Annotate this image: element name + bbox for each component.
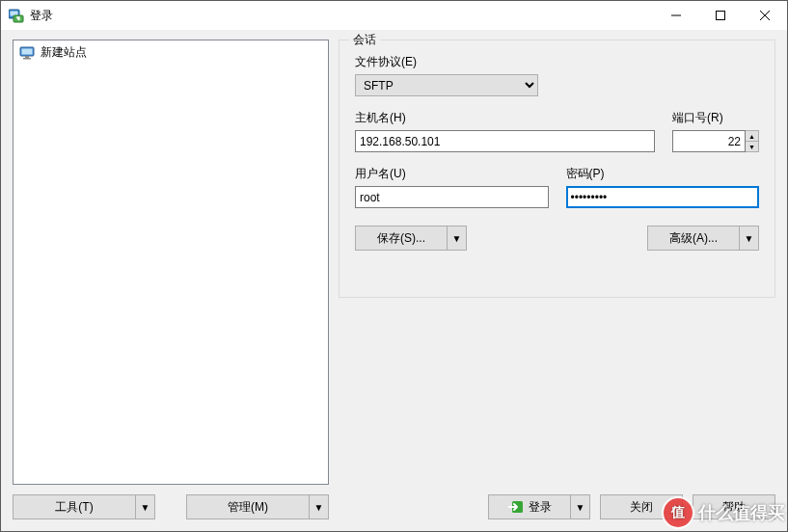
- maximize-button[interactable]: [698, 1, 743, 30]
- tools-label: 工具(T): [55, 499, 93, 516]
- close-label: 关闭: [630, 499, 653, 516]
- bottom-buttons: 登录 ▼ 关闭 帮助: [488, 494, 775, 519]
- chevron-down-icon[interactable]: ▼: [571, 494, 590, 519]
- monitor-icon: [19, 46, 35, 60]
- protocol-label: 文件协议(E): [355, 54, 759, 70]
- help-button[interactable]: 帮助: [693, 494, 775, 519]
- right-column: 会话 文件协议(E) SFTP 主机名(H) 端口号(R) ▲: [339, 40, 775, 519]
- svg-rect-7: [23, 58, 31, 60]
- session-fieldset: 会话 文件协议(E) SFTP 主机名(H) 端口号(R) ▲: [339, 40, 775, 298]
- spin-down-icon[interactable]: ▼: [746, 141, 759, 152]
- protocol-select[interactable]: SFTP: [355, 74, 538, 96]
- left-column: 新建站点 工具(T) ▼ 管理(M) ▼: [13, 40, 329, 519]
- help-label: 帮助: [722, 499, 746, 516]
- login-split-button[interactable]: 登录 ▼: [488, 494, 590, 519]
- content-area: 新建站点 工具(T) ▼ 管理(M) ▼ 会话 文件协议(E) SFTP: [1, 30, 787, 531]
- site-list[interactable]: 新建站点: [13, 40, 329, 485]
- password-label: 密码(P): [566, 166, 760, 182]
- advanced-split-button[interactable]: 高级(A)... ▼: [647, 226, 759, 251]
- spin-up-icon[interactable]: ▲: [746, 130, 759, 141]
- host-label: 主机名(H): [355, 110, 655, 126]
- save-label: 保存(S)...: [377, 230, 425, 247]
- login-icon: [508, 500, 524, 514]
- app-icon: [9, 8, 24, 23]
- svg-rect-6: [25, 56, 29, 58]
- manage-label: 管理(M): [228, 499, 268, 516]
- site-item-label: 新建站点: [41, 44, 87, 61]
- port-stepper[interactable]: ▲ ▼: [672, 130, 759, 152]
- port-input[interactable]: [672, 130, 746, 152]
- svg-rect-3: [717, 12, 725, 20]
- host-input[interactable]: [355, 130, 655, 152]
- window-title: 登录: [30, 8, 53, 24]
- close-dialog-button[interactable]: 关闭: [600, 494, 683, 519]
- chevron-down-icon[interactable]: ▼: [136, 494, 155, 519]
- manage-split-button[interactable]: 管理(M) ▼: [186, 494, 329, 519]
- save-split-button[interactable]: 保存(S)... ▼: [355, 226, 467, 251]
- close-button[interactable]: [743, 1, 787, 30]
- password-input[interactable]: [566, 186, 760, 208]
- titlebar: 登录: [1, 1, 787, 30]
- chevron-down-icon[interactable]: ▼: [740, 226, 759, 251]
- chevron-down-icon[interactable]: ▼: [310, 494, 329, 519]
- port-label: 端口号(R): [672, 110, 759, 126]
- advanced-label: 高级(A)...: [669, 230, 718, 247]
- user-input[interactable]: [355, 186, 549, 208]
- session-legend: 会话: [349, 32, 380, 48]
- svg-rect-5: [22, 48, 33, 54]
- user-label: 用户名(U): [355, 166, 549, 182]
- minimize-button[interactable]: [654, 1, 698, 30]
- login-label: 登录: [529, 499, 552, 516]
- site-item-new[interactable]: 新建站点: [15, 42, 326, 63]
- tools-split-button[interactable]: 工具(T) ▼: [13, 494, 155, 519]
- chevron-down-icon[interactable]: ▼: [448, 226, 467, 251]
